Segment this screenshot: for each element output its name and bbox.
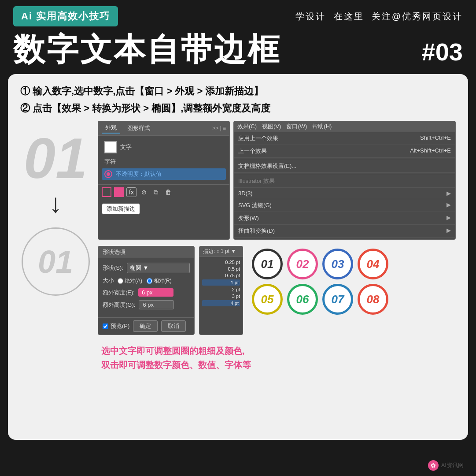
appearance-panel: 外观 图形样式 >> | ≡ 文字 字符 <box>98 121 230 240</box>
menu-distort[interactable]: 扭曲和变换(D) ▶ <box>234 225 455 238</box>
stroke-1-val: 1 pt <box>221 280 239 285</box>
shape-body: 形状(S): 椭圆 ▼ 大小 绝对(A) 相对(R) <box>98 258 194 317</box>
stroke-05-val: 0.5 pt <box>222 266 240 271</box>
panel-row-opacity: 不透明度：默认值 <box>102 168 226 180</box>
extra-width-label: 额外宽度(E): <box>103 289 135 297</box>
bottom-description: 选中文字即可调整圆圈的粗细及颜色, 双击即可调整数字颜色、数值、字体等 <box>98 344 456 372</box>
slogan: 学设计 在这里 关注@优秀网页设计 <box>295 11 463 22</box>
add-stroke-button[interactable]: 添加新描边 <box>102 203 140 215</box>
stroke-header-text: 描边: ↕ 1 pt ▼ <box>203 248 236 255</box>
separator-1 <box>234 159 455 159</box>
shape-footer: 预览(P) 确定 取消 <box>98 317 194 335</box>
shape-select[interactable]: 椭圆 ▼ <box>127 263 190 273</box>
add-stroke-area: 添加新描边 <box>98 200 229 216</box>
menu-svg-filter[interactable]: SVG 滤镜(G) ▶ <box>234 199 455 212</box>
shape-panel: 形状选项 形状(S): 椭圆 ▼ 大小 绝对(A) <box>98 246 195 335</box>
square-fill-icon <box>114 187 124 197</box>
fx-button[interactable]: fx <box>126 187 137 197</box>
menu-distort-arrow: ▶ <box>446 227 451 235</box>
menu-3d-label: 3D(3) <box>238 190 253 197</box>
menu-svg-label: SVG 滤镜(G) <box>238 201 272 209</box>
circle-02: 02 <box>287 249 318 279</box>
panel-opacity-label: 不透明度：默认值 <box>116 170 162 178</box>
shape-form-label: 形状(S): <box>103 264 123 272</box>
menu-illustrator-label: Illustrator 效果 <box>238 177 275 185</box>
title-bar: 数字文本自带边框 #03 <box>0 31 476 74</box>
panel-tab-appearance: 外观 <box>102 123 120 134</box>
menu-doc-raster[interactable]: 文档栅格效果设置(E)... <box>234 160 455 173</box>
circle-number-label: 01 <box>38 244 73 280</box>
watermark-text: AI资讯网 <box>441 461 464 469</box>
delete-icon[interactable]: ⊘ <box>139 188 149 197</box>
circles-row-1: 01 02 03 04 <box>252 249 388 279</box>
menu-warp[interactable]: 变形(W) ▶ <box>234 212 455 225</box>
cancel-button[interactable]: 取消 <box>161 320 186 332</box>
effects-panel: 效果(C) 视图(V) 窗口(W) 帮助(H) 应用上一个效果 Shift+Ct… <box>233 121 456 240</box>
ok-button[interactable]: 确定 <box>133 320 158 332</box>
help-menu-label: 帮助(H) <box>312 123 332 130</box>
circle-01: 01 <box>252 249 283 279</box>
menu-apply-last[interactable]: 应用上一个效果 Shift+Ctrl+E <box>234 132 455 145</box>
menu-3d[interactable]: 3D(3) ▶ <box>234 188 455 199</box>
stroke-1: 1 pt <box>202 279 240 286</box>
panel-menu-icon: >> | ≡ <box>212 125 226 131</box>
circles-row-2: 05 06 07 08 <box>252 284 388 315</box>
panel-bottom-bar: fx ⊘ ⧉ 🗑 <box>98 184 229 200</box>
menu-last-effect[interactable]: 上一个效果 Alt+Shift+Ctrl+E <box>234 145 455 158</box>
panel-top-bar: 外观 图形样式 >> | ≡ <box>98 121 229 136</box>
square-stroke-icon <box>102 187 111 197</box>
circle-05: 05 <box>252 284 283 315</box>
stroke-05: 0.5 pt <box>202 266 240 271</box>
extra-width-row: 额外宽度(E): 6 px <box>103 288 190 297</box>
content-area: 01 ↓ 01 外观 图形样式 >> | ≡ <box>20 121 456 372</box>
panel-body: 文字 字符 不透明度：默认值 <box>98 136 229 184</box>
radio-relative[interactable]: 相对(R) <box>147 277 172 285</box>
menu-doc-raster-label: 文档栅格效果设置(E)... <box>238 162 296 170</box>
big-number-top: 01 <box>24 130 88 187</box>
step-1: ① 输入数字,选中数字,点击【窗口 > 外观 > 添加新描边】 <box>20 84 456 98</box>
bottom-line-1: 选中文字即可调整圆圈的粗细及颜色, <box>101 344 456 358</box>
screenshots-bottom-row: 形状选项 形状(S): 椭圆 ▼ 大小 绝对(A) <box>98 246 456 335</box>
circle-07: 07 <box>322 284 353 315</box>
circle-number-bottom: 01 <box>22 227 90 296</box>
preview-checkbox[interactable]: 预览(P) <box>103 322 129 330</box>
panel-row-char: 字符 <box>102 156 226 167</box>
shape-panel-title: 形状选项 <box>98 246 194 258</box>
stroke-2-val: 2 pt <box>222 287 240 292</box>
radio-absolute[interactable]: 绝对(A) <box>118 277 142 285</box>
menu-3d-arrow: ▶ <box>446 190 451 197</box>
circle-08: 08 <box>358 284 388 315</box>
trash-icon[interactable]: 🗑 <box>163 188 173 197</box>
stroke-075: 0.75 pt <box>202 273 240 278</box>
watermark-icon: ✿ <box>428 460 439 471</box>
effects-top-bar: 效果(C) 视图(V) 窗口(W) 帮助(H) <box>234 121 455 132</box>
menu-rasterize[interactable]: 栅格化(R)... <box>234 238 455 240</box>
slogan-text: 学设计 在这里 关注@优秀网页设计 <box>295 11 463 21</box>
copy-icon[interactable]: ⧉ <box>151 188 160 197</box>
color-swatch <box>104 141 117 153</box>
menu-warp-label: 变形(W) <box>238 214 259 222</box>
down-arrow-icon: ↓ <box>49 190 62 217</box>
circle-06: 06 <box>287 284 318 315</box>
size-row: 大小 绝对(A) 相对(R) <box>103 277 190 285</box>
panel-char-label: 字符 <box>104 158 116 166</box>
shape-form-row: 形状(S): 椭圆 ▼ <box>103 263 190 273</box>
preview-label: 预览(P) <box>111 322 129 330</box>
menu-illustrator-effects: Illustrator 效果 <box>234 175 455 188</box>
screenshots-top-row: 外观 图形样式 >> | ≡ 文字 字符 <box>98 121 456 240</box>
main-card: ① 输入数字,选中数字,点击【窗口 > 外观 > 添加新描边】 ② 点击【效果 … <box>8 74 468 440</box>
panel-text-label: 文字 <box>120 143 132 151</box>
extra-height-row: 额外高度(G): 6 px <box>103 300 190 309</box>
extra-width-input[interactable]: 6 px <box>138 288 173 297</box>
view-menu-label: 视图(V) <box>262 123 281 130</box>
stroke-025-val: 0.25 pt <box>222 260 240 265</box>
menu-warp-arrow: ▶ <box>446 214 451 222</box>
circles-grid: 01 02 03 04 05 06 07 08 <box>252 249 388 335</box>
bottom-line-2: 双击即可调整数字颜色、数值、字体等 <box>101 358 456 372</box>
panel-tab-graphic-styles: 图形样式 <box>124 123 154 133</box>
page-title: 数字文本自带边框 <box>13 33 281 65</box>
visibility-icon <box>104 170 112 178</box>
watermark: ✿ AI资讯网 <box>428 460 464 471</box>
stroke-2: 2 pt <box>202 287 240 292</box>
extra-height-input[interactable]: 6 px <box>139 300 174 309</box>
